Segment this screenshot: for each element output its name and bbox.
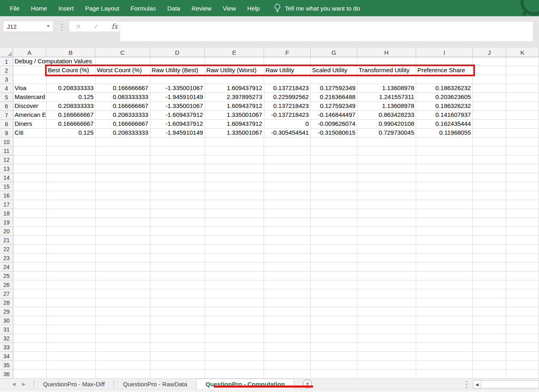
cell-C36[interactable] [96, 370, 150, 379]
cell-I7[interactable]: 0.141607937 [416, 111, 473, 120]
cell-H4[interactable]: 1.13608978 [357, 84, 416, 93]
cell-H22[interactable] [357, 245, 416, 254]
cell-C23[interactable] [96, 254, 150, 263]
cell-D29[interactable] [150, 307, 205, 316]
formula-bar-grip[interactable] [61, 24, 62, 30]
cell-E28[interactable] [205, 298, 264, 307]
row-header-31[interactable]: 31 [0, 325, 13, 334]
cell-G24[interactable] [311, 263, 357, 271]
cell-G26[interactable] [311, 280, 357, 289]
row-header-19[interactable]: 19 [0, 218, 13, 227]
cell-I9[interactable]: 0.11968055 [416, 129, 473, 138]
insert-function-icon[interactable]: fx [112, 22, 118, 30]
cell-H35[interactable] [357, 361, 416, 370]
cell-E33[interactable] [205, 343, 264, 352]
row-header-10[interactable]: 10 [0, 138, 13, 146]
cell-K25[interactable] [506, 271, 539, 280]
row-header-17[interactable]: 17 [0, 200, 13, 209]
cancel-icon[interactable]: ✕ [75, 23, 81, 30]
row-header-22[interactable]: 22 [0, 245, 13, 254]
cell-J14[interactable] [473, 173, 506, 182]
cell-E10[interactable] [205, 138, 264, 146]
ribbon-tab-home[interactable]: Home [25, 0, 53, 16]
cell-J30[interactable] [473, 316, 506, 325]
row-header-11[interactable]: 11 [0, 146, 13, 155]
cell-I1[interactable] [416, 57, 473, 66]
cell-H32[interactable] [357, 334, 416, 343]
cell-K32[interactable] [506, 334, 539, 343]
cell-G12[interactable] [311, 155, 357, 164]
column-header-E[interactable]: E [205, 48, 264, 57]
row-header-1[interactable]: 1 [0, 57, 13, 66]
cell-E18[interactable] [205, 209, 264, 218]
cell-K31[interactable] [506, 325, 539, 334]
cell-H30[interactable] [357, 316, 416, 325]
cell-E11[interactable] [205, 146, 264, 155]
cell-A31[interactable] [13, 325, 47, 334]
cell-J24[interactable] [473, 263, 506, 271]
cell-E8[interactable]: 1.609437912 [205, 120, 264, 129]
cell-C33[interactable] [96, 343, 150, 352]
cell-C18[interactable] [96, 209, 150, 218]
cell-A26[interactable] [13, 280, 47, 289]
ribbon-tab-help[interactable]: Help [242, 0, 266, 16]
cell-F34[interactable] [264, 352, 311, 361]
row-header-32[interactable]: 32 [0, 334, 13, 343]
cell-A21[interactable] [13, 236, 47, 245]
cell-G3[interactable] [311, 75, 357, 84]
cell-G15[interactable] [311, 182, 357, 191]
cell-C27[interactable] [96, 289, 150, 298]
cell-F20[interactable] [264, 227, 311, 236]
cell-F8[interactable]: 0 [264, 120, 311, 129]
cell-J1[interactable] [473, 57, 506, 66]
cell-G23[interactable] [311, 254, 357, 263]
cell-H16[interactable] [357, 191, 416, 200]
cell-H2[interactable]: Transformed Utility [357, 66, 416, 75]
row-header-8[interactable]: 8 [0, 120, 13, 129]
cell-D23[interactable] [150, 254, 205, 263]
cell-I4[interactable]: 0.186326232 [416, 84, 473, 93]
cell-H18[interactable] [357, 209, 416, 218]
cell-D12[interactable] [150, 155, 205, 164]
cell-A22[interactable] [13, 245, 47, 254]
cell-B34[interactable] [47, 352, 96, 361]
cell-H29[interactable] [357, 307, 416, 316]
cell-K19[interactable] [506, 218, 539, 227]
cell-G33[interactable] [311, 343, 357, 352]
cell-D8[interactable]: -1.609437912 [150, 120, 205, 129]
cell-K22[interactable] [506, 245, 539, 254]
scroll-left-icon[interactable]: ◀ [473, 380, 481, 388]
column-header-A[interactable]: A [13, 48, 46, 57]
cell-G30[interactable] [311, 316, 357, 325]
cell-B10[interactable] [47, 138, 96, 146]
cell-C11[interactable] [96, 146, 150, 155]
cell-D31[interactable] [150, 325, 205, 334]
cell-K23[interactable] [506, 254, 539, 263]
cell-F12[interactable] [264, 155, 311, 164]
cell-I31[interactable] [416, 325, 473, 334]
cell-K5[interactable] [506, 93, 539, 102]
row-header-30[interactable]: 30 [0, 316, 13, 325]
cell-F6[interactable]: 0.137218423 [264, 102, 311, 111]
cell-B4[interactable]: 0.208333333 [47, 84, 96, 93]
cell-K15[interactable] [506, 182, 539, 191]
cell-G27[interactable] [311, 289, 357, 298]
cell-F7[interactable]: -0.137218423 [264, 111, 311, 120]
cell-G22[interactable] [311, 245, 357, 254]
cell-A11[interactable] [13, 146, 47, 155]
cell-I3[interactable] [416, 75, 473, 84]
cell-K26[interactable] [506, 280, 539, 289]
ribbon-tab-review[interactable]: Review [186, 0, 217, 16]
cell-K21[interactable] [506, 236, 539, 245]
cell-A15[interactable] [13, 182, 47, 191]
cell-F3[interactable] [264, 75, 311, 84]
cell-J17[interactable] [473, 200, 506, 209]
cell-D24[interactable] [150, 263, 205, 271]
cell-F22[interactable] [264, 245, 311, 254]
cell-A35[interactable] [13, 361, 47, 370]
cell-B9[interactable]: 0.125 [47, 129, 96, 138]
ribbon-tab-view[interactable]: View [217, 0, 241, 16]
cell-J29[interactable] [473, 307, 506, 316]
cell-I28[interactable] [416, 298, 473, 307]
cell-I11[interactable] [416, 146, 473, 155]
